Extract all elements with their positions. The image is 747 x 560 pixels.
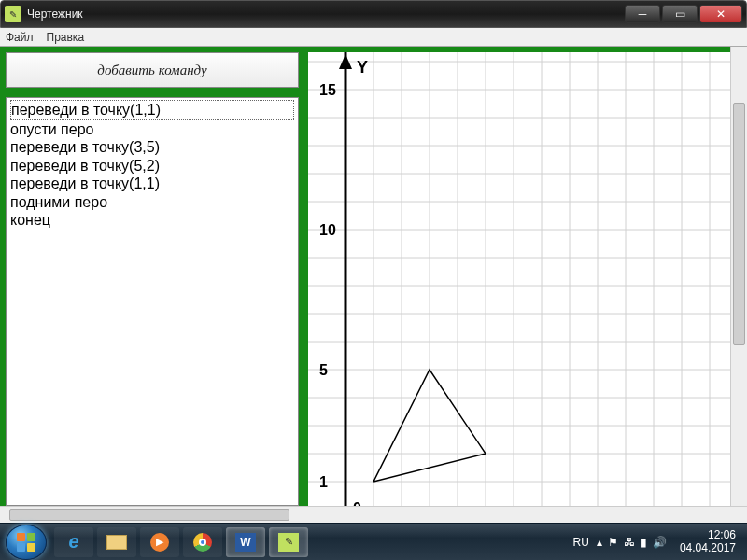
clock[interactable]: 12:06 04.04.2017 [674,529,736,553]
clock-date: 04.04.2017 [680,542,736,554]
close-button[interactable]: ✕ [699,5,742,23]
taskbar-app-icon[interactable]: ✎ [269,527,308,557]
workspace: добавить команду переведи в точку(1,1) о… [0,47,747,506]
command-item[interactable]: опусти перо [10,120,294,139]
menu-edit[interactable]: Правка [47,31,85,44]
window-title: Чертежник [27,7,623,21]
horizontal-scrollbar[interactable] [0,506,747,523]
taskbar-ie-icon[interactable]: e [54,527,93,557]
taskbar-word-icon[interactable]: W [226,527,265,557]
command-item[interactable]: подними перо [10,193,294,212]
clock-time: 12:06 [680,529,736,541]
tray-flag-icon[interactable]: ⚑ [608,536,618,549]
tray-network-icon[interactable]: 🖧 [624,536,635,549]
vscroll-thumb[interactable] [733,103,745,345]
tray-battery-icon[interactable]: ▮ [641,536,647,549]
svg-text:Y: Y [357,58,368,77]
start-button[interactable] [6,525,47,560]
titlebar[interactable]: ✎ Чертежник ─ ▭ ✕ [0,0,747,28]
system-tray[interactable]: RU ▴ ⚑ 🖧 ▮ 🔊 12:06 04.04.2017 [568,529,741,553]
taskbar-media-icon[interactable]: ▶ [140,527,179,557]
tray-up-icon[interactable]: ▴ [597,536,602,549]
canvas-viewport: Y0151015510 [308,52,747,506]
command-item[interactable]: переведи в точку(1,1) [10,175,294,193]
command-item[interactable]: переведи в точку(1,1) [10,100,294,120]
svg-text:15: 15 [319,82,336,98]
taskbar[interactable]: e ▶ W ✎ RU ▴ ⚑ 🖧 ▮ 🔊 12:06 04.04.2017 [0,523,747,560]
app-icon: ✎ [5,6,21,22]
tray-icons[interactable]: ▴ ⚑ 🖧 ▮ 🔊 [597,536,667,549]
svg-text:10: 10 [319,222,336,238]
svg-text:1: 1 [319,474,328,490]
command-panel: добавить команду переведи в точку(1,1) о… [6,52,299,506]
window-buttons: ─ ▭ ✕ [623,5,742,23]
svg-text:5: 5 [319,362,328,378]
minimize-button[interactable]: ─ [625,5,660,23]
taskbar-explorer-icon[interactable] [97,527,136,557]
plot-svg: Y0151015510 [308,52,738,506]
maximize-button[interactable]: ▭ [662,5,698,23]
command-list[interactable]: переведи в точку(1,1) опусти перо переве… [6,97,299,506]
app-window: ✎ Чертежник ─ ▭ ✕ Файл Правка добавить к… [0,0,747,560]
client-area: добавить команду переведи в точку(1,1) о… [0,47,747,523]
vertical-scrollbar[interactable] [730,47,747,506]
language-indicator[interactable]: RU [573,536,589,549]
drawing-canvas[interactable]: Y0151015510 [304,52,747,506]
command-item[interactable]: переведи в точку(3,5) [10,138,294,157]
menu-file[interactable]: Файл [6,31,34,44]
command-item[interactable]: переведи в точку(5,2) [10,157,294,175]
taskbar-chrome-icon[interactable] [183,527,222,557]
tray-volume-icon[interactable]: 🔊 [653,536,667,549]
command-item[interactable]: конец [10,211,294,230]
add-command-button[interactable]: добавить команду [6,52,299,88]
hscroll-thumb[interactable] [9,509,289,521]
menubar: Файл Правка [0,28,747,47]
